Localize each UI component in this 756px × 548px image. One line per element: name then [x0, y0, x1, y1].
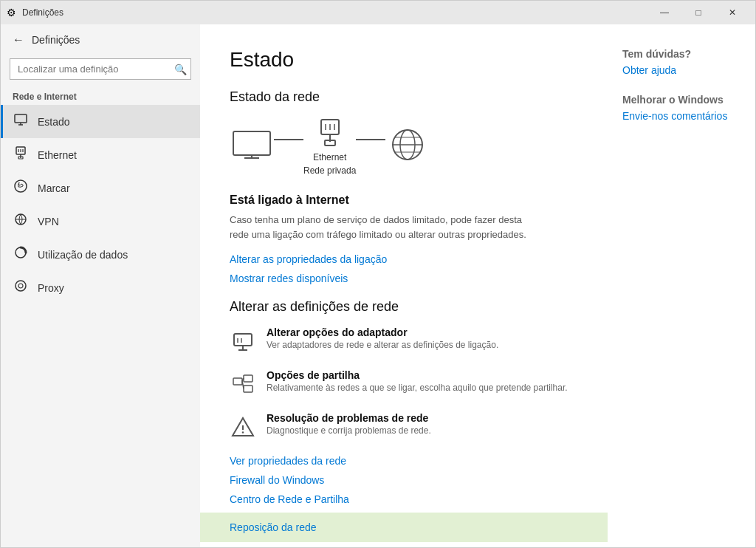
- sidebar-back-label: Definições: [32, 34, 80, 46]
- help-section: Tem dúvidas? Obter ajuda: [622, 48, 740, 76]
- link-firewall[interactable]: Firewall do Windows: [230, 474, 578, 486]
- svg-rect-35: [244, 375, 252, 382]
- sidebar-item-estado[interactable]: Estado: [1, 105, 200, 138]
- link-centro[interactable]: Centro de Rede e Partilha: [230, 493, 578, 505]
- ethernet-icon: [13, 145, 29, 164]
- proxy-icon: [13, 278, 29, 297]
- svg-rect-36: [244, 386, 252, 392]
- titlebar-left: ⚙ Definições: [1, 7, 63, 18]
- sharing-title: Opções de partilha: [267, 369, 568, 381]
- troubleshoot-desc: Diagnostique e corrija problemas de rede…: [267, 425, 431, 436]
- svg-line-38: [242, 381, 244, 388]
- close-button[interactable]: ✕: [715, 1, 749, 24]
- globe-icon-container: [385, 129, 430, 164]
- sidebar-label-proxy: Proxy: [38, 282, 64, 294]
- sidebar-label-ethernet: Ethernet: [38, 149, 77, 161]
- link-ver-propriedades[interactable]: Ver propriedades da rede: [230, 455, 578, 467]
- sidebar-item-ethernet[interactable]: Ethernet: [1, 138, 200, 171]
- network-diagram: Ethernet Rede privada: [230, 117, 578, 176]
- sidebar-item-utilizacao[interactable]: Utilização de dados: [1, 238, 200, 271]
- utilizacao-icon: [13, 245, 29, 264]
- network-label: Rede privada: [303, 165, 356, 176]
- sidebar-item-marcar[interactable]: Marcar: [1, 171, 200, 205]
- bottom-links: Ver propriedades da rede Firewall do Win…: [230, 455, 578, 505]
- titlebar: ⚙ Definições — □ ✕: [1, 1, 755, 24]
- settings-window: ⚙ Definições — □ ✕ ← Definições 🔍 Rede e…: [0, 0, 756, 548]
- link-reposicao[interactable]: Reposição da rede: [230, 521, 596, 533]
- adapter-title: Alterar opções do adaptador: [267, 326, 498, 338]
- minimize-button[interactable]: —: [647, 1, 681, 24]
- connected-desc: Caso tenha um plano de serviço de dados …: [230, 213, 540, 242]
- ethernet-svg: [314, 117, 346, 149]
- sharing-text: Opções de partilha Relativamente às rede…: [267, 369, 568, 393]
- search-icon[interactable]: 🔍: [174, 64, 187, 75]
- improve-section: Melhorar o Windows Envie-nos comentários: [622, 94, 740, 122]
- improve-title: Melhorar o Windows: [622, 94, 740, 106]
- window-icon: ⚙: [7, 7, 16, 18]
- sidebar-item-vpn[interactable]: VPN: [1, 205, 200, 238]
- troubleshoot-icon: [230, 414, 256, 440]
- main-content: Estado Estado da rede: [200, 24, 608, 547]
- troubleshoot-text: Resolução de problemas de rede Diagnosti…: [267, 412, 431, 436]
- link-networks[interactable]: Mostrar redes disponíveis: [230, 273, 578, 284]
- computer-svg: [230, 129, 274, 164]
- net-line-right: [356, 139, 385, 140]
- ethernet-icon-container: Ethernet Rede privada: [303, 117, 356, 176]
- estado-icon: [13, 112, 29, 131]
- help-title: Tem dúvidas?: [622, 48, 740, 60]
- adapter-icon: [230, 328, 256, 355]
- troubleshoot-title: Resolução de problemas de rede: [267, 412, 431, 424]
- svg-rect-34: [233, 378, 242, 385]
- vpn-icon: [13, 212, 29, 230]
- net-line-left: [274, 139, 303, 140]
- help-link[interactable]: Obter ajuda: [622, 64, 740, 76]
- search-input[interactable]: [10, 58, 191, 80]
- svg-rect-29: [234, 334, 252, 346]
- svg-point-13: [16, 281, 26, 291]
- svg-point-41: [242, 431, 244, 433]
- sidebar-label-utilizacao: Utilização de dados: [38, 249, 128, 261]
- svg-rect-0: [15, 114, 27, 123]
- ethernet-label: Ethernet: [313, 152, 346, 162]
- svg-rect-15: [233, 131, 270, 155]
- back-button[interactable]: ← Definições: [1, 24, 200, 55]
- sidebar-section-title: Rede e Internet: [1, 86, 200, 105]
- setting-adapter[interactable]: Alterar opções do adaptador Ver adaptado…: [230, 326, 578, 355]
- marcar-icon: [13, 179, 29, 197]
- right-panel: Tem dúvidas? Obter ajuda Melhorar o Wind…: [608, 24, 755, 547]
- change-title: Alterar as definições de rede: [230, 299, 578, 315]
- page-title: Estado: [230, 48, 578, 72]
- sidebar-label-vpn: VPN: [38, 216, 59, 227]
- network-status-title: Estado da rede: [230, 89, 578, 105]
- setting-troubleshoot[interactable]: Resolução de problemas de rede Diagnosti…: [230, 412, 578, 440]
- computer-icon-container: [230, 129, 274, 164]
- svg-point-9: [15, 180, 27, 192]
- sidebar: ← Definições 🔍 Rede e Internet Estado: [1, 24, 200, 547]
- maximize-button[interactable]: □: [681, 1, 715, 24]
- sidebar-label-estado: Estado: [38, 116, 70, 128]
- sidebar-label-marcar: Marcar: [38, 182, 70, 194]
- connected-title: Está ligado à Internet: [230, 193, 578, 207]
- back-arrow-icon: ←: [13, 33, 24, 47]
- window-title: Definições: [22, 7, 63, 18]
- reposicao-row[interactable]: Reposição da rede: [200, 513, 608, 542]
- sidebar-item-proxy[interactable]: Proxy: [1, 271, 200, 304]
- globe-svg: [385, 129, 430, 164]
- window-controls: — □ ✕: [647, 1, 749, 24]
- setting-sharing[interactable]: Opções de partilha Relativamente às rede…: [230, 369, 578, 397]
- link-properties[interactable]: Alterar as propriedades da ligação: [230, 253, 578, 265]
- content-area: ← Definições 🔍 Rede e Internet Estado: [1, 24, 755, 547]
- adapter-desc: Ver adaptadores de rede e alterar as def…: [267, 340, 498, 350]
- sharing-desc: Relativamente às redes a que se ligar, e…: [267, 383, 568, 393]
- adapter-text: Alterar opções do adaptador Ver adaptado…: [267, 326, 498, 350]
- sharing-icon: [230, 371, 256, 397]
- search-container: 🔍: [10, 58, 191, 80]
- svg-point-14: [18, 284, 23, 288]
- improve-link[interactable]: Envie-nos comentários: [622, 110, 740, 122]
